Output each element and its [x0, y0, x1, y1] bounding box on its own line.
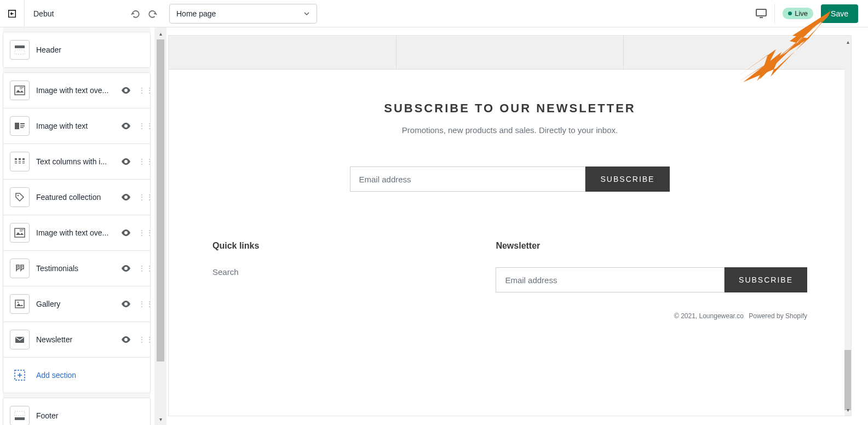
svg-rect-6 — [20, 89, 22, 89]
newsletter-email-input[interactable]: Email address — [350, 166, 585, 192]
image-text-icon — [10, 116, 30, 136]
live-badge-label: Live — [795, 9, 808, 18]
image-overlay-icon — [10, 81, 30, 100]
drag-handle-icon[interactable]: ⋮⋮ — [138, 267, 143, 270]
powered-by-link[interactable]: Powered by Shopify — [749, 312, 807, 320]
theme-name-label: Debut — [25, 9, 123, 18]
undo-redo-group — [123, 8, 165, 20]
copyright-text: © 2021, Loungewear.co — [674, 312, 744, 320]
sidebar-scroll-thumb[interactable] — [157, 39, 164, 361]
svg-rect-3 — [15, 50, 25, 54]
sidebar-section-item[interactable]: Text columns with i... ⋮⋮ — [3, 144, 151, 180]
svg-rect-1 — [760, 17, 763, 18]
sidebar-item-footer[interactable]: Footer — [3, 398, 151, 425]
live-status-badge: Live — [783, 8, 813, 19]
visibility-toggle[interactable] — [120, 263, 131, 274]
visibility-toggle[interactable] — [120, 120, 131, 131]
drag-handle-icon[interactable]: ⋮⋮ — [138, 338, 143, 341]
sidebar-section-item[interactable]: Image with text ove... ⋮⋮ — [3, 72, 151, 108]
svg-rect-16 — [19, 163, 21, 163]
page-selector-label: Home page — [176, 9, 216, 18]
add-section-button[interactable]: Add section — [3, 358, 151, 393]
desktop-viewport-button[interactable] — [755, 4, 775, 24]
visibility-toggle[interactable] — [120, 298, 131, 309]
sidebar-section-item[interactable]: Featured collection ⋮⋮ — [3, 180, 151, 215]
gallery-icon — [10, 294, 30, 314]
preview-scroll-up-icon[interactable]: ▴ — [844, 36, 851, 48]
drag-handle-icon[interactable]: ⋮⋮ — [138, 231, 143, 234]
drag-handle-icon[interactable]: ⋮⋮ — [138, 89, 143, 92]
svg-rect-23 — [20, 231, 22, 232]
svg-rect-0 — [756, 9, 766, 16]
drag-handle-icon[interactable]: ⋮⋮ — [138, 124, 143, 128]
svg-rect-24 — [16, 266, 19, 267]
sidebar-section-item[interactable]: Image with text ove... ⋮⋮ — [3, 215, 151, 251]
scroll-up-arrow-icon[interactable]: ▴ — [154, 27, 166, 39]
svg-rect-12 — [15, 161, 17, 162]
sidebar-section-item[interactable]: Gallery ⋮⋮ — [3, 286, 151, 322]
text-columns-icon — [10, 152, 30, 171]
sidebar-footer-label: Footer — [36, 411, 143, 420]
sidebar-section-item[interactable]: Testimonials ⋮⋮ — [3, 251, 151, 286]
sidebar-section-label: Image with text ove... — [36, 228, 114, 237]
preview-newsletter-section: SUBSCRIBE TO OUR NEWSLETTER Promotions, … — [169, 70, 851, 192]
sidebar-section-label: Newsletter — [36, 335, 114, 344]
svg-rect-32 — [15, 411, 25, 416]
newsletter-subscribe-button[interactable]: SUBSCRIBE — [585, 166, 670, 192]
sidebar-section-label: Featured collection — [36, 193, 114, 202]
footer-quicklinks-title: Quick links — [212, 241, 452, 251]
collection-icon — [10, 187, 30, 207]
undo-button[interactable] — [130, 8, 142, 20]
preview-copyright-row: © 2021, Loungewear.co Powered by Shopify — [169, 309, 851, 331]
preview-scroll-down-icon[interactable]: ▾ — [844, 404, 851, 416]
svg-rect-5 — [20, 87, 24, 88]
visibility-toggle[interactable] — [120, 192, 131, 203]
scroll-down-arrow-icon[interactable]: ▾ — [154, 413, 166, 425]
drag-handle-icon[interactable]: ⋮⋮ — [138, 196, 143, 199]
sidebar-section-label: Image with text — [36, 122, 114, 130]
sidebar-sections-group: Image with text ove... ⋮⋮ Image with tex… — [3, 72, 151, 393]
visibility-toggle[interactable] — [120, 156, 131, 167]
back-button[interactable] — [0, 0, 25, 27]
svg-rect-7 — [15, 123, 19, 129]
sidebar-section-item[interactable]: Newsletter ⋮⋮ — [3, 322, 151, 358]
preview-scrollbar[interactable]: ▴ ▾ — [844, 36, 851, 416]
sidebar-scrollbar[interactable]: ▴ ▾ — [154, 27, 166, 425]
page-selector-dropdown[interactable]: Home page — [169, 4, 317, 24]
svg-rect-28 — [15, 300, 24, 308]
visibility-toggle[interactable] — [120, 227, 131, 238]
newsletter-form: Email address SUBSCRIBE — [169, 166, 851, 192]
svg-rect-18 — [22, 161, 25, 162]
sidebar-section-item[interactable]: Image with text ⋮⋮ — [3, 108, 151, 144]
drag-handle-icon[interactable]: ⋮⋮ — [138, 302, 143, 306]
footer-email-input[interactable]: Email address — [496, 267, 725, 292]
sections-sidebar: Header Image with text ove... ⋮⋮ Image w… — [3, 27, 151, 425]
svg-rect-2 — [15, 45, 25, 48]
live-dot-icon — [788, 12, 792, 15]
newsletter-icon — [10, 330, 30, 349]
footer-subscribe-button[interactable]: SUBSCRIBE — [725, 267, 807, 292]
svg-rect-10 — [20, 127, 24, 128]
newsletter-subheading: Promotions, new products and sales. Dire… — [169, 125, 851, 135]
header-section-icon — [10, 40, 30, 60]
preview-scroll-thumb[interactable] — [844, 350, 851, 410]
testimonials-icon — [10, 259, 30, 278]
footer-search-link[interactable]: Search — [212, 267, 452, 277]
save-button[interactable]: Save — [821, 4, 858, 23]
back-arrow-icon — [7, 9, 17, 19]
sidebar-item-header[interactable]: Header — [3, 32, 151, 68]
newsletter-heading: SUBSCRIBE TO OUR NEWSLETTER — [169, 101, 851, 116]
sidebar-section-label: Testimonials — [36, 264, 114, 273]
visibility-toggle[interactable] — [120, 334, 131, 345]
svg-rect-33 — [15, 417, 25, 420]
visibility-toggle[interactable] — [120, 85, 131, 96]
add-section-icon — [10, 365, 30, 385]
redo-icon — [147, 8, 158, 19]
footer-quicklinks-column: Quick links Search — [212, 241, 452, 292]
drag-handle-icon[interactable]: ⋮⋮ — [138, 160, 143, 163]
chevron-down-icon — [303, 10, 310, 17]
top-right-group: Live Save — [755, 4, 868, 24]
redo-button[interactable] — [146, 8, 158, 20]
svg-rect-11 — [15, 158, 17, 160]
sidebar-section-label: Image with text ove... — [36, 86, 114, 95]
